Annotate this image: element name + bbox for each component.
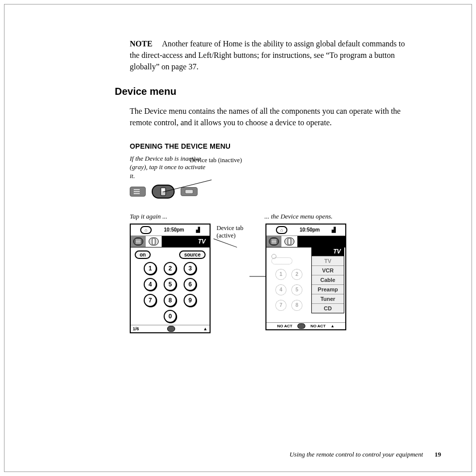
bottom-pill-icon [167,326,176,332]
callout-device-tab-active: Device tab (active) [217,225,251,240]
current-device-label: TV [162,238,210,245]
tab-bar-illustration [130,185,446,199]
scroll-up-icon: ▲ [203,326,208,331]
caption-tap-again: Tap it again ... [130,213,167,221]
macro-tab-icon [181,187,198,196]
home-icon: ⌂ [276,226,287,234]
svg-rect-0 [134,189,140,190]
device-menu-item-tuner: Tuner [312,294,344,303]
svg-rect-1 [134,191,140,192]
digit-8: 8 [164,294,177,307]
page-number: 19 [435,451,441,458]
clock-time: 10:50pm [164,227,184,233]
svg-rect-9 [152,238,155,244]
bottom-pill-icon [297,323,305,329]
device-tab-small-icon [284,238,294,245]
home-icon: ⌂ [140,226,152,234]
list-tab-small-icon [269,238,279,245]
digit-1: 1 [144,262,157,275]
device-menu-panel: TV TV VCR Cable Preamp Tuner CD [311,246,344,313]
svg-rect-12 [271,239,276,240]
note-text: Another feature of Home is the ability t… [130,39,405,71]
svg-rect-13 [271,241,276,242]
section-body: The Device menu contains the names of al… [130,105,416,128]
svg-rect-4 [162,189,165,191]
keypad-ghosted: 12 45 78 [269,257,312,316]
on-button: on [135,250,151,259]
device-menu-item-vcr: VCR [312,265,344,275]
digit-0: 0 [164,310,177,323]
digit-3: 3 [184,262,197,275]
remote-screen-closed: ⌂ 10:50pm ▟ TV on source 1 2 3 [130,224,211,333]
device-menu-item-tv: TV [312,256,344,265]
svg-rect-5 [185,190,193,194]
note-paragraph: NOTE Another feature of Home is the abil… [130,38,416,73]
svg-rect-8 [136,242,141,243]
subheading: OPENING THE DEVICE MENU [130,142,446,150]
section-heading: Device menu [115,86,446,97]
battery-icon: ▟ [332,227,336,233]
note-label: NOTE [130,39,152,48]
digit-5: 5 [164,278,177,291]
digit-6: 6 [184,278,197,291]
list-tab-icon [130,187,146,197]
device-menu-item-preamp: Preamp [312,284,344,294]
svg-rect-14 [271,242,276,243]
noact-right: NO ACT [310,324,325,328]
footer-text: Using the remote control to control your… [289,451,423,458]
clock-time: 10:50pm [299,227,320,233]
scroll-up-icon: ▲ [331,324,335,328]
svg-rect-15 [288,238,291,244]
callout-device-tab-inactive: Device tab (inactive) [190,157,259,164]
device-menu-header: TV [312,247,344,256]
page-indicator: 1/6 [133,326,139,331]
remote-screen-open: ⌂ 10:50pm ▟ 12 45 78 TV TV [265,224,346,330]
list-tab-small-icon [133,238,143,245]
svg-rect-2 [134,193,140,194]
noact-left: NO ACT [277,324,292,328]
digit-7: 7 [144,294,157,307]
digit-2: 2 [164,262,177,275]
device-menu-item-cable: Cable [312,275,344,284]
page-footer: Using the remote control to control your… [289,451,441,459]
caption-opens: ... the Device menu opens. [264,213,332,221]
svg-rect-7 [136,241,141,242]
source-button: source [179,250,206,259]
svg-rect-6 [136,239,141,240]
digit-9: 9 [184,294,197,307]
device-menu-item-cd: CD [312,303,344,313]
device-tab-small-icon [149,238,159,245]
digit-4: 4 [144,278,157,291]
battery-icon: ▟ [196,227,200,233]
